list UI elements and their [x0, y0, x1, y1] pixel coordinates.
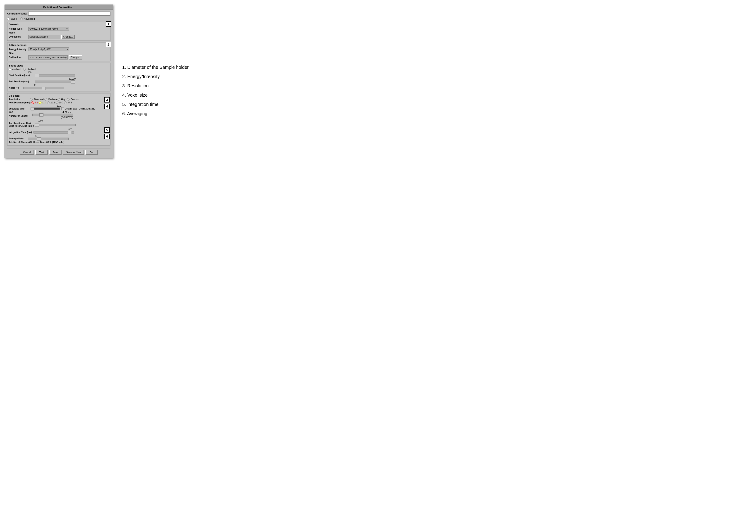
annotation-4: 4	[104, 104, 110, 109]
holder-value-box[interactable]: U40822, ø 20mm x H 75mm ▼	[28, 27, 69, 31]
rel-thumb[interactable]	[35, 123, 39, 127]
test-button[interactable]: Test	[35, 150, 48, 155]
calibration-value-box: 3: 70 kVp, EH: 1200 mg HA/ccm, Scaling	[28, 55, 68, 60]
dialog-titlebar: Definition of Controlfiles...	[5, 5, 113, 10]
integration-value-above: 800	[9, 128, 72, 131]
scout-enabled[interactable]: enabled	[9, 68, 21, 70]
annotation-3: 3	[104, 97, 110, 102]
fov-7-2[interactable]: 7.2	[32, 101, 38, 104]
dialog-body: Controlfilename: Basic Advanced 1 Genera…	[5, 10, 113, 158]
fov-20-val: 20.5	[50, 101, 55, 104]
voxel-label: Voxelsize (µm):	[9, 107, 29, 110]
res-standard[interactable]: Standard	[30, 98, 44, 101]
average-thumb[interactable]	[37, 137, 41, 141]
res-medium[interactable]: Medium	[44, 98, 57, 101]
average-value-above: 5	[9, 135, 63, 137]
rel-slider[interactable]	[35, 124, 76, 126]
end-thumb[interactable]	[71, 80, 75, 84]
slices-thumb[interactable]	[40, 113, 43, 117]
cancel-button[interactable]: Cancel	[20, 150, 34, 155]
ann-text-3: 3. Resolution	[122, 83, 149, 88]
evaluation-change-button[interactable]: Change...	[61, 35, 75, 39]
average-label: Average Data:	[9, 137, 27, 140]
ann-item-3: 3. Resolution	[122, 83, 189, 89]
ann-item-4: 4. Voxel size	[122, 93, 189, 98]
ctscan-label: CT-Scan:	[9, 94, 109, 97]
filter-label: Filter:	[9, 52, 27, 55]
fov-20-5[interactable]: 20.5	[47, 101, 55, 104]
advanced-label: Advanced	[24, 17, 35, 20]
angle-row: 90 Angle (°):	[9, 84, 109, 90]
angle-value-above: 90	[9, 84, 61, 87]
holder-row: Holder Type: U40822, ø 20mm x H 75mm ▼	[9, 27, 109, 31]
default-checkbox[interactable]	[61, 107, 64, 110]
ann-text-4: 4. Voxel size	[122, 93, 148, 97]
annotation-1: 1	[106, 21, 111, 27]
integration-thumb[interactable]	[68, 131, 72, 134]
res-high[interactable]: High	[58, 98, 66, 101]
disabled-diamond	[23, 68, 26, 71]
slices-label: Number of Slices:	[9, 115, 32, 117]
slices-sub: (2×231/231)	[32, 116, 73, 119]
holder-arrow: ▼	[66, 28, 68, 30]
high-label: High	[61, 98, 66, 101]
fov-30-7[interactable]: 30.7	[56, 101, 63, 104]
fov-12-3[interactable]: 12.3	[39, 101, 46, 104]
fov-label: FOV/Diameter [mm]:	[9, 101, 31, 104]
evaluation-row: Evaluation: Default Evaluation Change...	[9, 35, 109, 39]
tab-advanced[interactable]: Advanced	[20, 17, 35, 20]
num-slices-row: 462 4.62 mm Number of Slices: (2×231/231…	[9, 111, 109, 119]
custom-label: Custom	[70, 98, 79, 101]
advanced-diamond	[20, 17, 23, 20]
dialog-panel: Definition of Controlfiles... Controlfil…	[5, 5, 113, 158]
ann-item-1: 1. Diameter of the Sample holder	[122, 65, 189, 70]
default-size-check[interactable]: Default Size	[61, 107, 77, 110]
start-thumb[interactable]	[35, 74, 39, 77]
ok-button[interactable]: OK	[85, 150, 98, 155]
fov-7-val: 7.2	[35, 101, 38, 104]
energy-label: Energy/Intensity:	[9, 48, 27, 51]
controlfilename-input[interactable]	[28, 12, 110, 15]
tabs-row: Basic Advanced	[7, 17, 110, 20]
slices-slider[interactable]	[32, 114, 73, 116]
ann-item-2: 2. Energy/Intensity	[122, 74, 189, 79]
ann-text-1: 1. Diameter of the Sample holder	[122, 65, 189, 70]
save-button[interactable]: Save	[49, 150, 62, 155]
voxel-slider[interactable]	[31, 107, 60, 110]
energy-value-box[interactable]: 70 kVp, 114 µA, 8 W ▼	[29, 47, 69, 51]
angle-slider[interactable]	[23, 87, 64, 89]
calibration-label: Calibration:	[9, 56, 27, 59]
slices-slider-group: (2×231/231)	[32, 114, 73, 119]
average-slider[interactable]	[28, 138, 68, 140]
end-value-above: 80.000	[9, 78, 76, 80]
general-section: 1 General: Holder Type: U40822, ø 20mm x…	[7, 22, 110, 41]
res-custom[interactable]: Custom	[67, 98, 79, 101]
voxel-value-above: 10.0	[9, 105, 109, 107]
voxel-thumb[interactable]	[31, 107, 34, 110]
tab-basic[interactable]: Basic	[7, 17, 17, 20]
scout-label: Scout-View:	[9, 64, 109, 67]
end-slider[interactable]	[35, 81, 75, 83]
scout-section: Scout-View: enabled disabled .000 Start …	[7, 63, 110, 92]
start-slider[interactable]	[35, 74, 75, 76]
start-track-wrap: Start Position (mm):	[9, 74, 75, 77]
end-label: End Position (mm):	[9, 80, 34, 83]
calibration-change-button[interactable]: Change...	[69, 55, 82, 60]
integration-slider[interactable]	[34, 131, 74, 134]
default-size-label: Default Size	[65, 107, 77, 110]
angle-thumb[interactable]	[41, 87, 46, 90]
slices-value: 462	[9, 111, 13, 114]
energy-value: 70 kVp, 114 µA, 8 W	[30, 48, 50, 51]
energy-row: Energy/Intensity: 70 kVp, 114 µA, 8 W ▼	[9, 47, 109, 51]
calibration-value: 3: 70 kVp, EH: 1200 mg HA/ccm, Scaling	[29, 56, 67, 59]
average-row: 6 5 Average Data:	[9, 135, 109, 140]
ann-text-2: 2. Energy/Intensity	[122, 74, 160, 79]
medium-label: Medium	[48, 98, 57, 101]
mode-row: Mode:	[9, 32, 109, 34]
annotation-5: 5	[104, 127, 110, 133]
high-diamond	[57, 98, 61, 101]
save-as-new-button[interactable]: Save as New	[63, 150, 84, 155]
basic-diamond	[7, 17, 10, 20]
fov-37-9[interactable]: 37.9	[64, 101, 72, 104]
scout-disabled[interactable]: disabled	[23, 68, 36, 70]
